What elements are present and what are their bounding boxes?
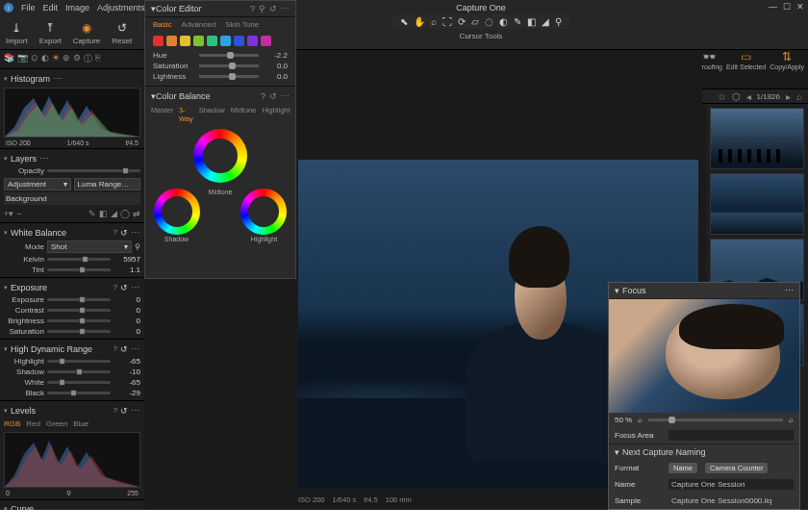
wb-picker-icon[interactable]: ⚲ <box>135 242 140 251</box>
exposure-slider[interactable] <box>47 298 111 301</box>
layer-gradient-icon[interactable]: ◢ <box>111 209 117 218</box>
ce-light-value[interactable]: 0.0 <box>263 72 288 81</box>
ce-picker-icon[interactable]: ⚲ <box>259 4 265 13</box>
hdr-white-value[interactable]: -65 <box>114 378 140 387</box>
prev-image-icon[interactable]: ◂ <box>746 91 751 102</box>
delete-layer-icon[interactable]: − <box>16 209 21 218</box>
focus-area-field[interactable] <box>669 430 794 441</box>
wb-help-icon[interactable]: ? <box>114 228 117 237</box>
export-button[interactable]: ⤒Export <box>34 20 67 45</box>
contrast-slider[interactable] <box>47 309 111 312</box>
wheel-highlight[interactable] <box>240 189 287 235</box>
tab-color-icon[interactable]: ◐ <box>41 53 49 65</box>
layer-brush-icon[interactable]: ✎ <box>88 209 96 218</box>
layer-background[interactable]: Background <box>4 192 140 205</box>
thumbnail-2[interactable] <box>710 173 804 235</box>
cb-tab-midtone[interactable]: Midtone <box>231 106 257 123</box>
tint-value[interactable]: 1.1 <box>114 266 140 274</box>
name-field[interactable]: Capture One Session <box>669 479 794 490</box>
hdr-highlight-value[interactable]: -65 <box>114 357 140 366</box>
hdr-caret-icon[interactable]: ▾ <box>4 345 8 353</box>
wb-caret-icon[interactable]: ▾ <box>4 229 8 237</box>
cb-tab-3way[interactable]: 3-Way <box>179 106 193 123</box>
tool-zoom-icon[interactable]: ⌕ <box>431 16 437 27</box>
exposure-help-icon[interactable]: ? <box>114 283 117 291</box>
cb-reset-icon[interactable]: ↺ <box>269 91 277 101</box>
app-info-icon[interactable]: i <box>4 3 13 13</box>
format-counter-token[interactable]: Camera Counter <box>705 463 768 473</box>
layers-menu-icon[interactable]: ⋯ <box>39 153 49 164</box>
menu-edit[interactable]: Edit <box>43 3 59 13</box>
color-tag-icon[interactable]: ⬡ <box>732 91 741 102</box>
ce-light-slider[interactable] <box>199 75 259 78</box>
wheel-shadow[interactable] <box>154 189 200 235</box>
color-swatch-7[interactable] <box>247 36 258 46</box>
cb-tab-shadow[interactable]: Shadow <box>199 106 225 123</box>
format-name-token[interactable]: Name <box>669 463 697 473</box>
levels-reset-icon[interactable]: ↺ <box>120 406 128 416</box>
hdr-reset-icon[interactable]: ↺ <box>120 344 128 354</box>
brightness-value[interactable]: 0 <box>114 317 140 325</box>
contrast-value[interactable]: 0 <box>114 306 140 315</box>
histogram-menu-icon[interactable]: ⋯ <box>53 73 63 84</box>
tab-meta-icon[interactable]: ⓘ <box>84 53 92 65</box>
cb-tab-master[interactable]: Master <box>151 106 173 123</box>
hdr-black-slider[interactable] <box>47 392 111 394</box>
levels-help-icon[interactable]: ? <box>114 406 117 415</box>
wb-menu-icon[interactable]: ⋯ <box>131 227 140 238</box>
hdr-shadow-slider[interactable] <box>47 370 111 373</box>
wb-reset-icon[interactable]: ↺ <box>120 228 128 238</box>
focus-menu-icon[interactable]: ⋯ <box>785 286 794 295</box>
color-swatch-3[interactable] <box>193 36 204 46</box>
exposure-reset-icon[interactable]: ↺ <box>120 283 128 292</box>
ce-sat-slider[interactable] <box>199 64 259 67</box>
focus-zoom-out-icon[interactable]: ⌕ <box>638 416 643 424</box>
import-button[interactable]: ⤓Import <box>0 20 34 45</box>
ce-help-icon[interactable]: ? <box>250 4 255 13</box>
menu-image[interactable]: Image <box>65 3 89 13</box>
levels-low[interactable]: 0 <box>6 490 10 497</box>
histogram-caret-icon[interactable]: ▾ <box>4 75 8 83</box>
color-swatch-6[interactable] <box>234 36 244 46</box>
color-swatch-2[interactable] <box>180 36 190 46</box>
tool-eraser-icon[interactable]: ◧ <box>527 16 536 27</box>
levels-tab-rgb[interactable]: RGB <box>4 419 20 428</box>
levels-high[interactable]: 255 <box>127 490 139 497</box>
kelvin-value[interactable]: 5957 <box>114 255 140 264</box>
levels-tab-red[interactable]: Red <box>26 419 40 428</box>
levels-tab-blue[interactable]: Blue <box>73 419 88 428</box>
tool-hand-icon[interactable]: ✋ <box>414 16 425 27</box>
edit-selected-button[interactable]: ▭Edit Selected <box>726 50 766 70</box>
reset-button[interactable]: ↺Reset <box>106 20 138 45</box>
cb-tab-highlight[interactable]: Highlight <box>262 106 290 123</box>
capture-button[interactable]: ◉Capture <box>67 20 106 45</box>
focus-caret-icon[interactable]: ▾ <box>615 286 619 295</box>
wb-mode-dropdown[interactable]: Shot▾ <box>47 241 132 253</box>
tool-rotate-icon[interactable]: ⟳ <box>458 16 466 27</box>
curve-caret-icon[interactable]: ▾ <box>4 505 8 510</box>
tool-spot-icon[interactable]: ◌ <box>485 16 493 27</box>
tool-gradient-icon[interactable]: ◢ <box>542 16 549 27</box>
levels-caret-icon[interactable]: ▾ <box>4 407 8 415</box>
tool-pointer-icon[interactable]: ⬉ <box>400 16 408 27</box>
tab-library-icon[interactable]: 📚 <box>4 53 14 65</box>
focus-zoom-slider[interactable] <box>648 418 783 421</box>
thumbnail-1[interactable] <box>710 108 804 169</box>
ce-reset-icon[interactable]: ↺ <box>269 4 277 13</box>
hdr-shadow-value[interactable]: -10 <box>114 367 140 376</box>
levels-histogram[interactable] <box>4 432 140 488</box>
color-swatch-0[interactable] <box>153 36 164 46</box>
ce-tab-basic[interactable]: Basic <box>153 20 172 29</box>
layer-radial-icon[interactable]: ◯ <box>120 209 130 218</box>
cb-menu-icon[interactable]: ⋯ <box>281 91 290 101</box>
tab-output-icon[interactable]: ⎘ <box>95 53 100 65</box>
focus-preview[interactable] <box>609 299 799 413</box>
tab-details-icon[interactable]: ⊕ <box>63 53 70 65</box>
tab-lens-icon[interactable]: ⊙ <box>31 53 38 65</box>
color-swatch-4[interactable] <box>207 36 217 46</box>
exposure-menu-icon[interactable]: ⋯ <box>131 282 140 292</box>
hdr-highlight-slider[interactable] <box>47 360 111 363</box>
levels-picker-icon[interactable]: ⚲ <box>66 490 71 497</box>
layer-type-dropdown[interactable]: Adjustment▾ <box>4 178 71 190</box>
ncn-caret-icon[interactable]: ▾ <box>615 447 619 457</box>
